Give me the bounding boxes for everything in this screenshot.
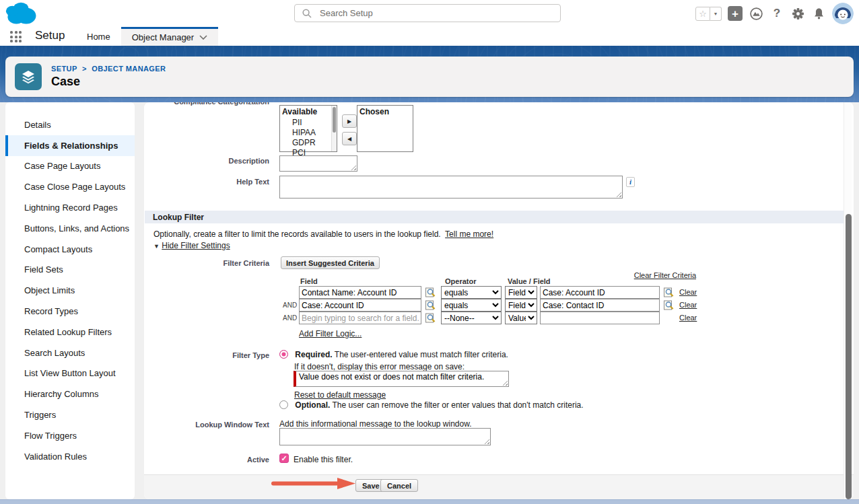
column-header-operator: Operator — [445, 277, 476, 285]
content-scrollbar[interactable] — [844, 102, 852, 499]
search-icon — [302, 9, 312, 18]
breadcrumb-setup-link[interactable]: SETUP — [51, 65, 77, 73]
value-input[interactable] — [540, 299, 660, 312]
guidance-center-icon[interactable] — [749, 6, 763, 21]
field-edit-panel: Compliance Categorization Available PII … — [144, 102, 854, 499]
reset-default-message-link[interactable]: Reset to default message — [294, 390, 386, 400]
lookup-window-help-text: Add this informational message to the lo… — [279, 419, 472, 429]
quick-create-icon[interactable]: + — [728, 6, 743, 21]
help-icon[interactable]: ? — [769, 6, 784, 21]
search-input[interactable]: Search Setup — [294, 4, 561, 22]
tab-object-manager[interactable]: Object Manager — [121, 27, 219, 46]
sidebar-item-lightning-record-pages[interactable]: Lightning Record Pages — [5, 197, 135, 218]
add-filter-logic-link[interactable]: Add Filter Logic... — [299, 329, 362, 338]
clear-row-link[interactable]: Clear — [679, 314, 697, 322]
breadcrumb-object-manager-link[interactable]: OBJECT MANAGER — [92, 65, 166, 73]
lookup-window-textarea[interactable] — [279, 428, 491, 445]
value-lookup-icon[interactable] — [664, 300, 674, 312]
sidebar-item-flow-triggers[interactable]: Flow Triggers — [5, 425, 135, 446]
list-item[interactable]: PII — [280, 118, 337, 128]
info-icon[interactable]: i — [626, 177, 635, 187]
and-label: AND — [283, 301, 297, 309]
sidebar-item-list-view-button-layout[interactable]: List View Button Layout — [5, 363, 135, 384]
field-lookup-icon[interactable] — [425, 287, 436, 299]
page-bottom-strip — [0, 499, 859, 504]
compliance-categorization-label: Compliance Categorization — [144, 102, 269, 106]
field-lookup-icon[interactable] — [425, 313, 436, 325]
error-message-textarea[interactable]: Value does not exist or does not match f… — [294, 371, 509, 387]
breadcrumb: SETUP > OBJECT MANAGER — [51, 65, 166, 73]
app-launcher-icon[interactable] — [10, 31, 22, 42]
sidebar-item-case-close-page-layouts[interactable]: Case Close Page Layouts — [5, 176, 135, 197]
description-textarea-wrap — [279, 155, 357, 172]
value-lookup-icon[interactable] — [664, 287, 674, 299]
sidebar-item-field-sets[interactable]: Field Sets — [5, 260, 135, 281]
sidebar-item-case-page-layouts[interactable]: Case Page Layouts — [5, 156, 135, 177]
object-layers-icon — [15, 63, 42, 90]
sidebar-item-triggers[interactable]: Triggers — [5, 404, 135, 425]
help-text-label: Help Text — [144, 178, 269, 186]
sidebar-item-validation-rules[interactable]: Validation Rules — [5, 446, 135, 467]
lookup-window-textarea-wrap — [279, 428, 491, 445]
lookup-filter-intro: Optionally, create a filter to limit the… — [153, 229, 493, 239]
sidebar-item-buttons-links-actions[interactable]: Buttons, Links, and Actions — [5, 218, 135, 239]
tab-home[interactable]: Home — [76, 27, 121, 46]
value-type-select[interactable]: Field — [505, 299, 537, 312]
optional-bold-text: Optional. — [295, 400, 330, 410]
available-scrollbar[interactable] — [331, 106, 337, 151]
field-lookup-icon[interactable] — [425, 300, 436, 312]
field-input[interactable] — [299, 299, 421, 312]
operator-select[interactable]: equals — [441, 299, 502, 312]
cancel-button[interactable]: Cancel — [380, 479, 418, 492]
clear-row-link[interactable]: Clear — [679, 301, 697, 309]
description-textarea[interactable] — [279, 155, 357, 172]
operator-select[interactable]: equals — [441, 286, 502, 299]
user-avatar[interactable] — [832, 3, 854, 24]
favorites-dropdown-icon[interactable]: ▼ — [710, 7, 722, 21]
page-title: Case — [51, 75, 80, 89]
setup-gear-icon[interactable] — [790, 6, 805, 21]
help-text-textarea[interactable] — [279, 176, 623, 199]
required-bold-text: Required. — [295, 350, 332, 359]
sidebar-item-hierarchy-columns[interactable]: Hierarchy Columns — [5, 384, 135, 404]
breadcrumb-separator: > — [82, 65, 87, 73]
enable-filter-checkbox[interactable]: ✓ — [279, 454, 289, 463]
operator-select[interactable]: --None-- — [441, 312, 502, 324]
value-input[interactable] — [540, 312, 660, 324]
error-prompt-text: If it doesn't, display this error messag… — [294, 362, 465, 371]
clear-filter-criteria-link[interactable]: Clear Filter Criteria — [634, 271, 696, 279]
tell-me-more-link[interactable]: Tell me more! — [445, 229, 493, 239]
hide-filter-settings[interactable]: ▼ Hide Filter Settings — [153, 241, 230, 250]
compliance-available-listbox[interactable]: Available PII HIPAA GDPR PCI — [279, 105, 337, 152]
favorites-star-icon[interactable]: ☆ — [695, 7, 710, 21]
sidebar-item-details[interactable]: Details — [5, 114, 135, 135]
field-input[interactable] — [299, 286, 421, 299]
sidebar-item-search-layouts[interactable]: Search Layouts — [5, 343, 135, 363]
scrollbar-thumb[interactable] — [846, 214, 852, 499]
value-type-select[interactable]: Field — [505, 286, 537, 299]
move-left-button[interactable]: ◀ — [342, 132, 357, 145]
sidebar-item-record-types[interactable]: Record Types — [5, 301, 135, 322]
notifications-bell-icon[interactable] — [811, 6, 826, 21]
salesforce-logo-icon[interactable] — [4, 1, 39, 26]
sidebar-item-object-limits[interactable]: Object Limits — [5, 280, 135, 301]
optional-radio[interactable] — [279, 400, 288, 409]
sidebar-item-fields-relationships[interactable]: Fields & Relationships — [5, 135, 135, 156]
clear-row-link[interactable]: Clear — [679, 288, 697, 296]
error-message-wrap: Value does not exist or does not match f… — [294, 371, 509, 387]
column-header-field: Field — [300, 277, 318, 285]
list-item[interactable]: HIPAA — [280, 128, 337, 138]
value-input[interactable] — [540, 286, 660, 299]
sidebar-item-related-lookup-filters[interactable]: Related Lookup Filters — [5, 322, 135, 343]
column-header-value-field: Value / Field — [508, 277, 551, 285]
field-input[interactable] — [299, 312, 421, 324]
required-radio[interactable] — [279, 350, 288, 359]
compliance-chosen-listbox[interactable]: Chosen — [357, 105, 413, 152]
list-item[interactable]: GDPR — [280, 138, 337, 148]
sidebar-item-compact-layouts[interactable]: Compact Layouts — [5, 239, 135, 260]
move-right-button[interactable]: ▶ — [342, 114, 357, 128]
value-type-select[interactable]: Value — [505, 312, 537, 324]
filter-criteria-row: equals Field Clear — [283, 286, 841, 299]
help-text-textarea-wrap — [279, 176, 623, 199]
insert-suggested-criteria-button[interactable]: Insert Suggested Criteria — [281, 256, 380, 269]
